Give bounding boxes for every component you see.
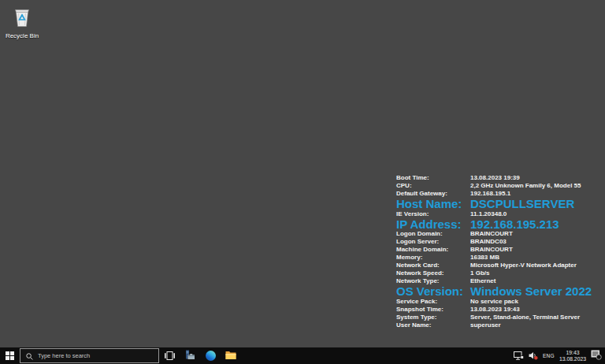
taskbar: Type here to search [0,347,605,364]
language-indicator[interactable]: ENG [543,353,555,358]
bginfo-label: Snapshot Time: [396,306,470,314]
bginfo-value: superuser [470,321,501,329]
bginfo-row: Network Speed:1 Gb/s [396,269,601,277]
action-center-icon[interactable] [591,349,602,363]
bginfo-value: 1 Gb/s [470,269,489,277]
task-view-button[interactable] [159,347,180,364]
desktop: Recycle Bin Boot Time:13.08.2023 19:39CP… [0,0,605,347]
bginfo-row: Boot Time:13.08.2023 19:39 [396,174,601,182]
bginfo-value: 13.08.2023 19:43 [470,306,520,314]
bginfo-label: CPU: [396,182,470,190]
edge-button[interactable] [200,347,221,364]
bginfo-label: Host Name: [396,198,470,210]
network-icon[interactable] [514,349,524,363]
bginfo-label: User Name: [396,321,470,329]
bginfo-label: System Type: [396,314,470,321]
clock-time: 19:43 [559,350,586,356]
bginfo-value: BRAINCOURT [470,246,513,254]
server-manager-button[interactable] [180,347,200,364]
bginfo-row: IE Version:11.1.20348.0 [396,210,601,218]
bginfo-label: IE Version: [396,210,470,218]
bginfo-value: Server, Stand-alone, Terminal Server [470,314,580,321]
bginfo-value: 13.08.2023 19:39 [470,174,520,182]
start-button[interactable] [0,347,20,364]
task-view-icon [165,349,175,363]
search-icon [26,349,33,363]
bginfo-label: Memory: [396,254,470,262]
bginfo-row: Service Pack:No service pack [396,298,601,306]
bginfo-row: CPU:2,2 GHz Unknown Family 6, Model 55 [396,182,601,190]
bginfo-row: Snapshot Time:13.08.2023 19:43 [396,306,601,314]
bginfo-label: Network Card: [396,262,470,269]
bginfo-value: BRAINCOURT [470,230,513,238]
file-explorer-button[interactable] [221,347,241,364]
bginfo-value: Microsoft Hyper-V Network Adapter [470,262,577,269]
bginfo-label: IP Address: [396,218,470,231]
bginfo-label: Boot Time: [396,174,470,182]
bginfo-value: No service pack [470,298,518,306]
bginfo-label: Machine Domain: [396,246,470,254]
bginfo-label: OS Version: [396,285,470,298]
clock-date: 13.08.2023 [559,356,586,362]
volume-muted-icon[interactable] [529,349,538,363]
windows-logo-icon [6,351,14,360]
recycle-bin-icon [12,6,32,31]
bginfo-row: Logon Server:BRAINDC03 [396,238,601,246]
bginfo-label: Logon Server: [396,238,470,246]
file-explorer-icon [225,349,236,363]
recycle-bin[interactable]: Recycle Bin [3,6,41,39]
taskbar-empty-area [241,347,514,364]
bginfo-row: IP Address:192.168.195.213 [396,218,601,231]
bginfo-label: Network Speed: [396,269,470,277]
recycle-bin-label: Recycle Bin [6,32,39,39]
bginfo-row: Machine Domain:BRAINCOURT [396,246,601,254]
bginfo-value: DSCPULLSERVER [470,198,574,210]
bginfo-value: 2,2 GHz Unknown Family 6, Model 55 [470,182,581,190]
bginfo-row: User Name:superuser [396,321,601,329]
bginfo-row: Network Card:Microsoft Hyper-V Network A… [396,262,601,269]
bginfo-label: Service Pack: [396,298,470,306]
bginfo-row: System Type:Server, Stand-alone, Termina… [396,314,601,321]
edge-icon [206,351,216,361]
search-placeholder: Type here to search [38,352,90,359]
clock[interactable]: 19:43 13.08.2023 [559,350,586,362]
bginfo-panel: Boot Time:13.08.2023 19:39CPU:2,2 GHz Un… [396,174,601,329]
bginfo-value: Windows Server 2022 [470,285,592,298]
bginfo-row: OS Version:Windows Server 2022 [396,285,601,298]
bginfo-value: 16383 MB [470,254,499,262]
bginfo-row: Logon Domain:BRAINCOURT [396,230,601,238]
bginfo-row: Host Name:DSCPULLSERVER [396,198,601,210]
server-manager-icon [184,349,195,363]
bginfo-label: Logon Domain: [396,230,470,238]
bginfo-value: 192.168.195.213 [470,218,559,231]
system-tray: ENG 19:43 13.08.2023 [514,347,605,364]
search-box[interactable]: Type here to search [20,348,159,363]
bginfo-value: BRAINDC03 [470,238,507,246]
bginfo-value: 11.1.20348.0 [470,210,507,218]
bginfo-row: Memory:16383 MB [396,254,601,262]
